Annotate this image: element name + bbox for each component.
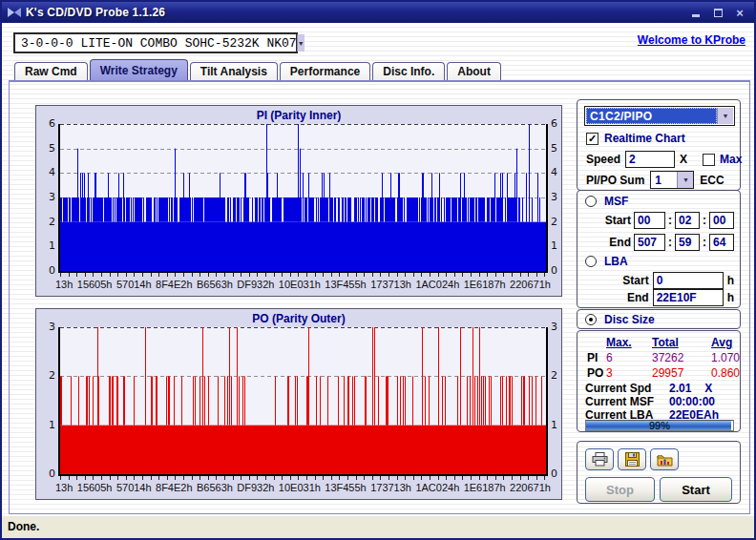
pi-row-label: PI [587, 351, 606, 364]
msf-start-sec[interactable] [675, 212, 700, 229]
stop-button[interactable]: Stop [585, 477, 655, 502]
pi-avg-value: 1.070 [711, 351, 749, 364]
po-row-label: PO [587, 366, 606, 380]
y-tick-label: 6 [551, 117, 564, 130]
lba-start-input[interactable] [653, 272, 724, 289]
x-tick-label: 173713h [370, 482, 411, 493]
range-settings-group: MSF Start : : End : : LBA [577, 190, 741, 308]
msf-start-min[interactable] [634, 212, 665, 229]
realtime-chart-checkbox[interactable]: ✓ [586, 133, 598, 145]
pi-chart: PI (Parity Inner) 0123456 0123456 13h156… [35, 105, 562, 297]
window-title: K's CD/DVD Probe 1.1.26 [26, 6, 682, 19]
po-x-axis-ticks [60, 476, 546, 480]
tab-raw-cmd[interactable]: Raw Cmd [14, 62, 88, 80]
y-tick-label: 6 [38, 117, 55, 130]
client-area: 3-0-0-0 LITE-ON COMBO SOHC-5232K NK07 ▼ … [2, 23, 754, 515]
pi-plot-area [58, 124, 548, 273]
y-tick-label: 3 [551, 321, 564, 333]
disc-size-radio[interactable] [585, 314, 597, 325]
lba-radio[interactable] [585, 256, 597, 267]
pipo-sum-select[interactable]: 1 ▼ [650, 171, 694, 189]
x-tick-label: 8F4E2h [156, 482, 193, 493]
welcome-link[interactable]: Welcome to KProbe [638, 33, 746, 47]
po-chart: PO (Parity Outer) 0123 0123 13h15605h570… [35, 308, 562, 500]
dropdown-arrow-icon[interactable]: ▼ [717, 108, 733, 124]
x-tick-label: 173713h [370, 279, 411, 290]
stats-header-avg: Avg [711, 336, 749, 349]
x-tick-label: 57014h [116, 279, 152, 290]
y-tick-label: 5 [551, 142, 564, 155]
current-msf-value: 00:00:00 [669, 395, 715, 408]
x-tick-label: B6563h [197, 279, 233, 290]
po-avg-value: 0.860 [711, 366, 749, 380]
tab-about[interactable]: About [447, 62, 501, 80]
y-tick-label: 5 [38, 142, 55, 155]
save-floppy-icon [625, 452, 640, 467]
pi-x-axis-ticks [60, 273, 546, 277]
status-bar: Done. [2, 515, 754, 538]
current-msf-row: Current MSF 00:00:00 [585, 395, 715, 408]
speed-unit: X [680, 153, 687, 166]
y-tick-label: 1 [38, 239, 55, 252]
x-tick-label: 57014h [116, 482, 152, 493]
msf-end-min[interactable] [634, 234, 665, 251]
msf-end-frame[interactable] [709, 234, 734, 251]
app-icon [8, 7, 21, 18]
capture-settings-group: C1C2/PIPO ▼ ✓ Realtime Chart Speed X Max… [577, 99, 741, 191]
stats-group: Max. Total Avg PI 6 37262 1.070 PO 3 299… [577, 330, 741, 432]
x-tick-label: DF932h [237, 279, 274, 290]
y-tick-label: 0 [38, 467, 55, 480]
mode-select[interactable]: C1C2/PIPO ▼ [584, 106, 735, 126]
msf-end-sec[interactable] [675, 234, 700, 251]
x-tick-label: 13h [55, 279, 73, 290]
x-tick-label: DF932h [237, 482, 274, 493]
print-icon [592, 452, 608, 467]
stats-header-total: Total [652, 336, 711, 349]
x-tick-label: 1AC024h [415, 279, 459, 290]
msf-label: MSF [604, 195, 628, 208]
x-tick-label: 220671h [510, 482, 551, 493]
x-tick-label: 13F455h [325, 482, 366, 493]
print-button[interactable] [585, 448, 614, 470]
mode-select-value: C1C2/PIPO [586, 108, 717, 124]
msf-start-frame[interactable] [709, 212, 734, 229]
save-button[interactable] [618, 448, 646, 470]
speed-input[interactable] [625, 151, 675, 168]
y-tick-label: 1 [551, 239, 564, 252]
progress-bar: 99% [585, 420, 734, 431]
po-max-value: 3 [606, 366, 652, 380]
stats-header-row: Max. Total Avg [587, 336, 749, 349]
x-tick-label: 15605h [77, 482, 113, 493]
lba-end-input[interactable] [653, 289, 724, 306]
drive-selector[interactable]: 3-0-0-0 LITE-ON COMBO SOHC-5232K NK07 ▼ [13, 32, 298, 53]
x-tick-label: 1E6187h [464, 482, 506, 493]
ecc-label: ECC [700, 174, 724, 187]
msf-radio[interactable] [585, 196, 597, 207]
tab-strip: Raw Cmd Write Strategy Tilt Analysis Per… [14, 59, 503, 80]
y-tick-label: 2 [551, 369, 564, 382]
dropdown-arrow-icon[interactable]: ▼ [677, 172, 693, 188]
colon-separator: : [668, 236, 672, 249]
tab-write-strategy[interactable]: Write Strategy [90, 59, 188, 80]
save-image-button[interactable] [650, 448, 679, 470]
minimize-icon [692, 14, 700, 17]
close-button[interactable]: × [731, 5, 748, 20]
tab-tilt-analysis[interactable]: Tilt Analysis [190, 62, 278, 80]
y-tick-label: 2 [551, 216, 564, 228]
lba-end-label: End [627, 291, 649, 304]
status-text: Done. [8, 520, 39, 533]
po-stats-row: PO 3 29957 0.860 [587, 366, 749, 380]
y-tick-label: 1 [38, 419, 55, 431]
start-button[interactable]: Start [660, 477, 732, 502]
tab-performance[interactable]: Performance [280, 62, 370, 80]
dropdown-arrow-icon[interactable]: ▼ [297, 34, 304, 52]
max-speed-checkbox[interactable] [703, 154, 715, 166]
x-tick-label: B6563h [197, 482, 233, 493]
pipo-sum-label: PI/PO Sum [586, 174, 644, 187]
tab-disc-info[interactable]: Disc Info. [372, 62, 445, 80]
colon-separator: : [668, 214, 672, 227]
y-tick-label: 2 [38, 216, 55, 228]
x-tick-label: 13h [55, 482, 73, 493]
minimize-button[interactable] [687, 5, 704, 20]
maximize-button[interactable] [709, 5, 726, 20]
